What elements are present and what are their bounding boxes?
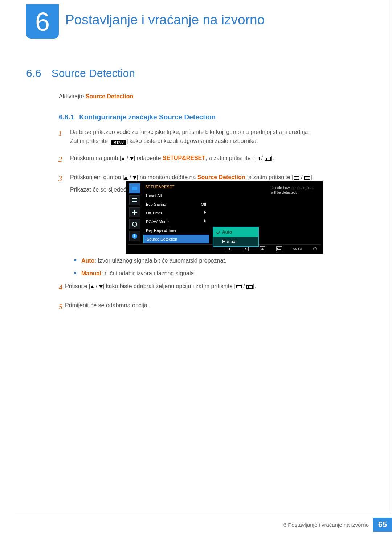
text: ]. — [253, 283, 256, 289]
label: Auto — [81, 258, 94, 264]
osd-row-pcav: PC/AV Mode — [143, 217, 209, 226]
label: Source Detection — [147, 237, 177, 241]
section-heading: 6.6 Source Detection — [26, 67, 135, 79]
rect-icon — [294, 176, 299, 180]
step-4: 4 Pritisnite [ / ] kako biste odabrali ž… — [74, 282, 358, 293]
osd-main: SETUP&RESET Reset All Eco SavingOff Off … — [142, 182, 321, 244]
text: ]. — [310, 174, 314, 180]
chapter-tab: 6 — [26, 4, 59, 39]
label: Reset All — [146, 193, 162, 198]
osd-option-manual: Manual — [213, 237, 258, 246]
step-number: 1 — [58, 128, 65, 146]
osd-row-source-detection: Source Detection — [143, 235, 209, 243]
text: : Izvor ulaznog signala bit će automatsk… — [94, 258, 226, 264]
label: PC/AV Mode — [146, 219, 169, 224]
section-title: Source Detection — [52, 67, 135, 79]
text: : ručni odabir izvora ulaznog signala. — [101, 270, 196, 276]
text: , a zatim pritisnite [ — [205, 155, 254, 161]
lines-glyph — [132, 198, 137, 202]
enter-icon — [246, 285, 253, 289]
footer: 6 Postavljanje i vraćanje na izvorno 65 — [283, 518, 392, 532]
power-icon — [313, 247, 317, 250]
osd-move-icon — [129, 207, 140, 217]
osd-list-icon — [129, 195, 140, 205]
rect-icon — [254, 157, 260, 160]
osd-option-auto: Auto — [213, 227, 258, 237]
text: Pritiskom na gumb [ — [70, 155, 121, 161]
label: Eco Saving — [146, 202, 166, 206]
chapter-number: 6 — [35, 7, 50, 37]
osd-screenshot: i SETUP&RESET Reset All Eco SavingOff Of… — [126, 181, 323, 254]
intro-text: Aktivirajte Source Detection. — [59, 93, 135, 100]
text: Pritisnite [ — [65, 283, 90, 289]
value: Off — [201, 202, 206, 206]
triangle-down-icon — [133, 176, 136, 180]
footer-text: 6 Postavljanje i vraćanje na izvorno — [283, 522, 373, 528]
step-body: Pritisnite [ / ] kako biste odabrali žel… — [65, 282, 358, 293]
menu-button-icon: MENU — [111, 140, 126, 145]
bullet-icon — [74, 259, 76, 261]
text: ] odaberite — [134, 155, 163, 161]
osd-sidebar: i — [128, 182, 142, 244]
chapter-title: Postavljanje i vraćanje na izvorno — [65, 12, 265, 28]
osd-row-offtimer: Off Timer — [143, 209, 209, 217]
chevron-right-icon — [204, 211, 206, 214]
text: Da bi se prikazao vodič za funkcijske ti… — [70, 129, 310, 135]
step-1: 1 Da bi se prikazao vodič za funkcijske … — [58, 128, 363, 146]
osd-monitor-icon — [129, 183, 140, 193]
osd-hint: Decide how input sources will be detecte… — [271, 185, 317, 195]
subsection-heading: 6.6.1 Konfiguriranje značajke Source Det… — [59, 113, 216, 121]
triangle-up-icon — [90, 285, 94, 288]
check-icon — [216, 230, 220, 234]
move-glyph — [132, 210, 137, 215]
intro-prefix: Aktivirajte — [59, 93, 86, 99]
label: Manual — [81, 270, 101, 276]
text: Primijenit će se odabrana opcija. — [65, 302, 149, 308]
bullet-auto: Auto: Izvor ulaznog signala bit će autom… — [74, 256, 358, 266]
intro-suffix: . — [133, 93, 135, 99]
osd-body: i SETUP&RESET Reset All Eco SavingOff Of… — [128, 182, 321, 244]
chevron-right-icon — [204, 219, 206, 222]
osd-popup: Auto Manual — [213, 227, 259, 247]
osd-row-keyrepeat: Key Repeat Time — [143, 226, 209, 235]
step-number: 2 — [58, 154, 65, 165]
monitor-glyph — [132, 187, 137, 190]
info-glyph: i — [132, 234, 137, 239]
nav-up-icon — [260, 246, 265, 251]
highlight-text: SETUP&RESET — [163, 155, 205, 161]
subsection-number: 6.6.1 — [59, 113, 74, 121]
osd-info-icon: i — [129, 231, 140, 241]
text: ] na monitoru dođite na — [136, 174, 197, 180]
step-number: 5 — [59, 301, 65, 312]
step-body: Primijenit će se odabrana opcija. — [65, 301, 358, 312]
text: Pritiskanjem gumba [ — [70, 174, 124, 180]
label: Key Repeat Time — [146, 228, 176, 233]
bullet-text: Auto: Izvor ulaznog signala bit će autom… — [81, 256, 226, 266]
osd-row-eco: Eco SavingOff — [143, 200, 209, 209]
text: ]. — [271, 155, 274, 161]
triangle-up-icon — [121, 157, 125, 160]
nav-enter-icon — [276, 246, 282, 251]
triangle-up-icon — [124, 176, 128, 180]
step-body: Pritiskom na gumb [ / ] odaberite SETUP&… — [70, 154, 363, 165]
text: ] kako biste prikazali odgovarajući zasl… — [126, 138, 258, 144]
triangle-down-icon — [130, 157, 134, 160]
gear-glyph — [132, 222, 137, 227]
step-body: Da bi se prikazao vodič za funkcijske ti… — [70, 128, 363, 146]
step-5: 5 Primijenit će se odabrana opcija. — [74, 301, 358, 312]
enter-icon — [265, 157, 271, 161]
triangle-down-icon — [99, 285, 103, 288]
subsection-title: Konfiguriranje značajke Source Detection — [79, 113, 216, 121]
auto-label: AUTO — [293, 247, 302, 250]
section-number: 6.6 — [26, 67, 41, 79]
bullet-manual: Manual: ručni odabir izvora ulaznog sign… — [74, 268, 358, 278]
highlight-text: Source Detection — [197, 174, 245, 180]
osd-row-reset: Reset All — [143, 191, 209, 200]
rect-icon — [236, 285, 242, 288]
text: Zatim pritisnite [ — [70, 138, 111, 144]
intro-bold: Source Detection — [86, 93, 134, 99]
enter-icon — [304, 176, 310, 180]
bullet-icon — [74, 272, 76, 274]
bullet-list: Auto: Izvor ulaznog signala bit će autom… — [74, 256, 358, 320]
label: Manual — [222, 239, 236, 244]
